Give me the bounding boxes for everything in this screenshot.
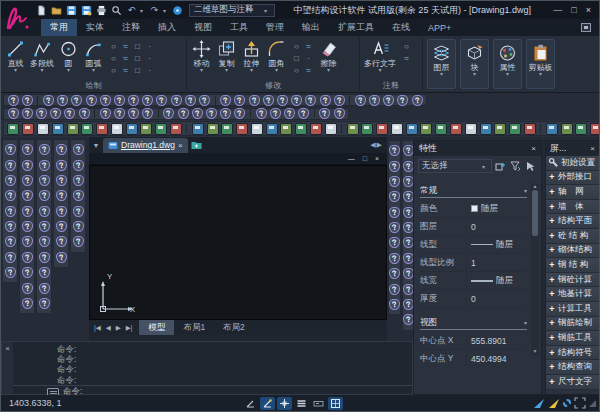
ribbon-tab[interactable]: 注释 [113,19,149,36]
unknown-command-icon[interactable] [263,95,274,106]
unknown-command-icon[interactable] [5,267,16,278]
toolbar-icon[interactable] [450,123,462,135]
help-icon[interactable] [171,4,184,17]
unknown-command-icon[interactable] [5,190,16,201]
unknown-command-icon[interactable] [5,160,16,171]
toolbar-icon[interactable] [361,123,373,135]
unknown-command-icon[interactable] [185,95,196,106]
new-tab-icon[interactable] [190,139,204,151]
ribbon-tab[interactable]: 管理 [257,19,293,36]
properties-button[interactable]: 属性 ▾ [493,39,522,89]
toolbar-icon[interactable] [561,123,573,135]
document-tab[interactable]: Drawing1.dwg × [103,138,188,153]
redo-icon[interactable]: ↷ [148,4,161,17]
unknown-command-icon[interactable] [389,161,400,172]
scroll-down-icon[interactable]: ▼ [533,348,538,355]
settings-gear-icon[interactable] [563,399,571,407]
unknown-command-icon[interactable] [22,267,33,278]
properties-panel-header[interactable]: 特性 × [414,141,541,156]
toolbar-icon[interactable] [192,123,204,135]
ribbon-mini-tool-icon[interactable] [108,65,119,76]
toolbar-icon[interactable] [494,123,506,135]
unknown-command-icon[interactable] [39,221,50,232]
screen-menu-header[interactable]: 屏... × [546,141,599,156]
ribbon-mini-tool-icon[interactable] [303,41,314,52]
unknown-command-icon[interactable] [56,190,67,201]
unknown-command-icon[interactable] [389,191,400,202]
ribbon-mini-tool-icon[interactable] [144,41,155,52]
unknown-command-icon[interactable] [114,95,125,106]
unknown-command-icon[interactable] [73,206,84,217]
section-general[interactable]: 常规 ▾ [420,184,527,198]
unknown-command-icon[interactable] [142,108,153,119]
drawing-canvas[interactable]: Y X [89,165,387,320]
layout-nav-button[interactable]: |◀ [92,324,103,332]
unknown-command-icon[interactable] [206,108,217,119]
workspace-select[interactable]: 二维草图与注释 ▾ [189,4,275,17]
select-objects-icon[interactable] [524,160,537,173]
toolbar-icon[interactable] [126,123,138,135]
screen-menu-item[interactable]: 结构平面 [546,214,599,229]
polar-tracking-icon[interactable] [260,397,275,410]
maximize-button[interactable]: □ [571,5,576,15]
screen-menu-item[interactable]: 钢筋工具 [546,331,599,346]
ribbon-mini-tool-icon[interactable] [400,53,413,64]
toolbar-icon[interactable] [590,123,600,135]
toolbar-icon[interactable] [207,123,219,135]
screen-menu-item[interactable]: 结构查询 [546,360,599,375]
unknown-command-icon[interactable] [56,206,67,217]
line-button[interactable]: 直线 ▾ [3,38,28,73]
toolbar-icon[interactable] [251,123,263,135]
ribbon-tab[interactable]: 扩展工具 [329,19,383,36]
unknown-command-icon[interactable] [5,236,16,247]
ribbon-tab[interactable]: 输出 [293,19,329,36]
tab-scroll-buttons[interactable]: ◀▶ [370,141,385,149]
layout-tab[interactable]: 布局1 [174,320,214,335]
toolbar-icon[interactable] [221,123,233,135]
unknown-command-icon[interactable] [199,95,210,106]
hamburger-menu-icon[interactable] [294,397,309,410]
unknown-command-icon[interactable] [389,237,400,248]
undo-dropdown-icon[interactable]: ▾ [140,7,146,14]
open-file-icon[interactable] [50,4,63,17]
unknown-command-icon[interactable] [22,283,33,294]
layout-nav-button[interactable]: ◀ [104,324,113,332]
child-close-button[interactable]: × [375,155,379,162]
redo-dropdown-icon[interactable]: ▾ [163,7,169,14]
toolbar-icon[interactable] [310,123,322,135]
circle-button[interactable]: 圆 ▾ [56,38,81,73]
ribbon-mini-tool-icon[interactable] [120,41,131,52]
snap-mode-icon[interactable] [243,397,258,410]
unknown-command-icon[interactable] [73,190,84,201]
unknown-command-icon[interactable] [234,95,245,106]
toolbar-icon[interactable] [7,123,19,135]
ribbon-mini-tool-icon[interactable] [303,53,314,64]
property-row[interactable]: 中心点 X 555.8901 [420,332,527,350]
screen-menu-item[interactable]: 尺寸文字 [546,375,599,390]
property-row[interactable]: 线型比例 1 [420,254,527,272]
unknown-command-icon[interactable] [56,144,67,155]
unknown-command-icon[interactable] [389,253,400,264]
viewport-icon[interactable] [328,397,343,410]
screen-menu-item[interactable]: 砼 结 构 [546,229,599,244]
toolbar-icon[interactable] [509,123,521,135]
toolbar-icon[interactable] [420,123,432,135]
unknown-command-icon[interactable] [397,95,408,106]
unknown-command-icon[interactable] [56,221,67,232]
mtext-button[interactable]: 多行文字 ▾ [362,38,398,73]
unknown-command-icon[interactable] [56,175,67,186]
toolbar-icon[interactable] [480,123,492,135]
unknown-command-icon[interactable] [39,175,50,186]
print-icon[interactable] [95,4,108,17]
toolbar-icon[interactable] [37,123,49,135]
unknown-command-icon[interactable] [256,108,267,119]
unknown-command-icon[interactable] [298,108,309,119]
unknown-command-icon[interactable] [36,108,47,119]
layout-tab[interactable]: 布局2 [214,320,254,335]
unknown-command-icon[interactable] [389,284,400,295]
unknown-command-icon[interactable] [22,206,33,217]
unknown-command-icon[interactable] [39,206,50,217]
toolbar-icon[interactable] [575,123,587,135]
unknown-command-icon[interactable] [22,175,33,186]
new-file-icon[interactable] [35,4,48,17]
